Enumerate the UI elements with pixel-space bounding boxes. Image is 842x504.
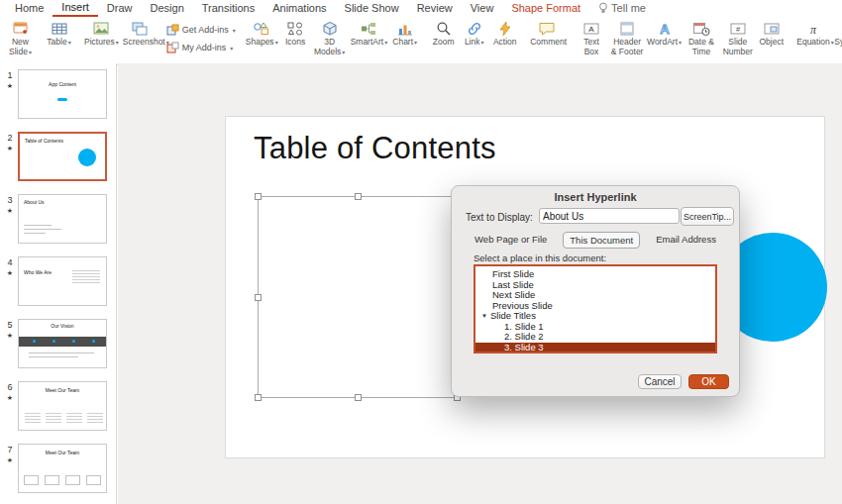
slide-thumbnail-7[interactable]: Meet Our Team: [18, 444, 107, 493]
chart-label: Chart: [392, 37, 413, 47]
slide-thumbnail-1[interactable]: App Content: [18, 69, 107, 119]
icons-button[interactable]: Icons: [280, 20, 311, 49]
symbol-button[interactable]: Ω Symbol: [832, 20, 842, 49]
text-box-icon: A: [582, 21, 600, 37]
addin-icon: [166, 42, 179, 53]
svg-text:A: A: [660, 22, 670, 37]
menu-design[interactable]: Design: [142, 1, 193, 16]
object-label: Object: [759, 37, 784, 47]
menu-draw[interactable]: Draw: [98, 1, 142, 16]
svg-text:A: A: [588, 25, 594, 34]
caret-icon: ▾: [414, 40, 417, 46]
slide-thumbnail-panel: 1★ App Content 2★ Table of Contents 3★ A…: [0, 63, 117, 504]
slide-thumbnail-6[interactable]: Meet Our Team: [18, 381, 107, 431]
icons-label: Icons: [285, 37, 305, 47]
slide-row-4: 4★ Who We Are: [0, 255, 116, 318]
thumb-column: [46, 413, 61, 423]
pictures-button[interactable]: Pictures▾: [82, 20, 121, 49]
chart-button[interactable]: Chart▾: [389, 20, 420, 49]
ribbon-group-slides: New Slide▾: [2, 19, 39, 64]
comment-button[interactable]: Comment: [528, 20, 566, 49]
thumb-box: [45, 475, 59, 485]
animation-star-icon: ★: [5, 207, 15, 214]
menu-review[interactable]: Review: [408, 1, 462, 16]
tab-this-document[interactable]: This Document: [563, 232, 640, 249]
list-item-next-slide[interactable]: Next Slide: [475, 290, 715, 301]
resize-handle[interactable]: [355, 394, 362, 401]
thumb-text-line: [29, 353, 94, 353]
list-item-slide-2[interactable]: 2. Slide 2: [475, 332, 715, 343]
thumb-title: Who We Are: [24, 270, 53, 276]
tab-email-address[interactable]: Email Address: [650, 232, 722, 249]
ribbon: New Slide▾ Table▾ Pictures▾ Screenshot▾ …: [0, 17, 842, 65]
animation-star-icon: ★: [5, 394, 15, 401]
hyperlink-tabs: Web Page or File This Document Email Add…: [452, 232, 739, 249]
caret-icon: ▾: [116, 40, 119, 46]
slide-title-text[interactable]: Table of Contents: [254, 131, 496, 166]
slide-thumbnail-5[interactable]: Our Vision: [18, 319, 107, 368]
slide-thumbnail-4[interactable]: Who We Are: [18, 256, 107, 306]
date-time-button[interactable]: Date & Time: [683, 20, 719, 57]
caret-icon: ▾: [68, 40, 71, 46]
object-button[interactable]: Object: [756, 20, 787, 49]
slide-row-7: 7★ Meet Our Team: [0, 443, 116, 504]
menu-animations[interactable]: Animations: [263, 1, 335, 16]
comment-icon: [538, 21, 556, 37]
my-addins-button[interactable]: My Add-ins ▾: [166, 42, 236, 53]
slide-thumbnail-3[interactable]: About Us: [18, 194, 107, 244]
smartart-icon: [360, 21, 377, 37]
menu-slide-show[interactable]: Slide Show: [336, 1, 408, 16]
thumb-title: Meet Our Team: [19, 451, 106, 456]
slide-thumbnail-2[interactable]: Table of Contents: [18, 132, 107, 181]
caret-icon: ▾: [275, 40, 278, 46]
shapes-button[interactable]: Shapes▾: [244, 20, 280, 49]
ok-button[interactable]: OK: [688, 374, 729, 389]
link-button[interactable]: Link▾: [459, 20, 489, 49]
new-slide-button[interactable]: New Slide▾: [5, 20, 36, 57]
list-item-slide-titles[interactable]: ▼Slide Titles: [475, 311, 715, 322]
menu-view[interactable]: View: [462, 1, 503, 16]
table-button[interactable]: Table▾: [44, 20, 74, 49]
table-label: Table: [47, 37, 66, 47]
text-box-button[interactable]: A Text Box: [574, 20, 609, 57]
screenshot-button[interactable]: Screenshot▾: [121, 20, 158, 49]
equation-button[interactable]: π Equation▾: [794, 20, 832, 49]
cancel-button[interactable]: Cancel: [638, 374, 682, 389]
menu-tell-me[interactable]: Tell me: [589, 1, 655, 16]
resize-handle[interactable]: [355, 193, 362, 200]
thumb-text-line: [29, 356, 78, 357]
list-item-first-slide[interactable]: First Slide: [475, 269, 715, 280]
smartart-button[interactable]: SmartArt▾: [349, 20, 390, 49]
tab-web-page-or-file[interactable]: Web Page or File: [469, 232, 553, 249]
thumb-box: [24, 475, 39, 485]
selected-text-placeholder[interactable]: [258, 196, 458, 398]
menu-insert[interactable]: Insert: [53, 0, 98, 17]
document-place-list[interactable]: First Slide Last Slide Next Slide Previo…: [474, 264, 717, 353]
menu-shape-format[interactable]: Shape Format: [502, 1, 589, 16]
caret-icon: ▾: [679, 40, 682, 46]
symbol-label: Symbol: [834, 37, 842, 47]
svg-text:π: π: [810, 23, 817, 37]
animation-star-icon: ★: [5, 456, 15, 463]
ribbon-group-symbols: π Equation▾ Ω Symbol: [791, 19, 842, 64]
3d-models-button[interactable]: 3D Models▾: [311, 20, 349, 57]
disclosure-triangle-icon[interactable]: ▼: [481, 313, 487, 319]
menu-home[interactable]: Home: [6, 1, 53, 16]
list-item-slide-4[interactable]: 4. Slide 4: [475, 353, 715, 353]
slide-number-button[interactable]: # Slide Number: [719, 20, 756, 57]
resize-handle[interactable]: [255, 193, 262, 200]
get-addins-button[interactable]: Get Add-ins ▾: [166, 24, 236, 36]
slide-number: 2★: [5, 134, 15, 151]
action-button[interactable]: Action: [489, 20, 520, 49]
dialog-title: Insert Hyperlink: [452, 191, 739, 203]
resize-handle[interactable]: [255, 294, 262, 301]
magnifier-icon: [435, 21, 453, 37]
zoom-button[interactable]: Zoom: [428, 20, 459, 49]
text-to-display-input[interactable]: [539, 208, 680, 224]
wordart-button[interactable]: A WordArt▾: [646, 20, 684, 49]
menu-bar: Home Insert Draw Design Transitions Anim…: [0, 0, 842, 17]
menu-transitions[interactable]: Transitions: [193, 1, 263, 16]
screentip-button[interactable]: ScreenTip...: [681, 207, 734, 226]
header-footer-button[interactable]: Header & Footer: [609, 20, 646, 57]
resize-handle[interactable]: [255, 394, 262, 401]
